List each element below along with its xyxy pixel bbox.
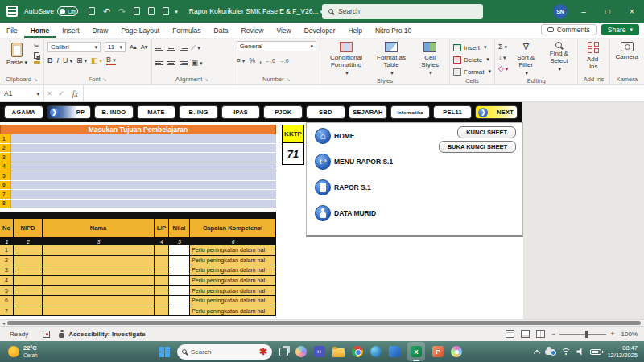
macro-record-icon[interactable]: [43, 331, 50, 338]
paint-icon[interactable]: [451, 346, 462, 357]
comments-button[interactable]: Comments: [541, 24, 597, 35]
cell-lp[interactable]: [155, 286, 169, 295]
cell-nama[interactable]: [43, 256, 155, 265]
nav-tab-mate[interactable]: MATE: [137, 105, 176, 119]
teams-icon[interactable]: ii: [314, 346, 325, 357]
bold-button[interactable]: B: [47, 56, 53, 64]
shrink-font-icon[interactable]: A▾: [141, 43, 148, 51]
tab-insert[interactable]: Insert: [56, 23, 85, 38]
grow-font-icon[interactable]: A▴: [130, 43, 137, 51]
nav-tab-sejarah[interactable]: SEJARAH: [349, 105, 388, 119]
tab-page-layout[interactable]: Page Layout: [114, 23, 166, 38]
zoom-slider[interactable]: [559, 334, 606, 335]
cell-nipd[interactable]: [14, 256, 43, 265]
font-name-select[interactable]: Calibri: [47, 42, 101, 52]
print-preview-icon[interactable]: [134, 7, 140, 15]
titlebar-search-input[interactable]: Search: [322, 4, 483, 19]
document-title[interactable]: Rapor Kokurikuler SMK Fase E & F_V26...: [189, 7, 323, 15]
cell-nipd[interactable]: [14, 276, 43, 286]
kktp-value[interactable]: 71: [283, 143, 303, 164]
zoom-out-icon[interactable]: −: [551, 330, 555, 338]
nav-tab-ipas[interactable]: IPAS: [221, 105, 261, 119]
cut-icon[interactable]: ✂: [34, 43, 40, 50]
redo-icon[interactable]: ↷: [118, 6, 126, 17]
autosum-icon[interactable]: Σ: [498, 43, 508, 51]
conditional-formatting-button[interactable]: Conditional Formatting: [324, 41, 369, 77]
cell-lp[interactable]: [155, 256, 169, 265]
maximize-button[interactable]: □: [596, 0, 620, 23]
cell-nilai[interactable]: [169, 306, 190, 316]
clear-icon[interactable]: ◇: [498, 64, 508, 72]
nav-tab-next[interactable]: ❯NEXT: [475, 105, 518, 119]
number-format-select[interactable]: General: [237, 41, 316, 51]
camera-button[interactable]: Camera: [613, 41, 641, 61]
sort-filter-button[interactable]: ∇Sort & Filter: [511, 41, 540, 77]
excel-taskbar-active[interactable]: X: [407, 342, 425, 361]
merge-center-icon[interactable]: ▣: [192, 59, 203, 67]
addins-button[interactable]: Add-ins: [581, 41, 605, 71]
cell-capaian[interactable]: Perlu peningkatan dalam hal: [190, 306, 276, 316]
weather-widget[interactable]: 22°C Cerah: [8, 345, 38, 357]
save-icon[interactable]: [89, 7, 95, 15]
data-murid-button[interactable]: DATA MURID: [315, 205, 393, 221]
insert-function-icon[interactable]: fx: [72, 89, 78, 98]
rapor-button[interactable]: RAPOR S.1: [315, 179, 393, 195]
share-button[interactable]: Share: [601, 24, 639, 35]
font-size-select[interactable]: 11: [105, 42, 126, 52]
dialog-launcher-icon[interactable]: [34, 76, 38, 83]
print-icon[interactable]: [163, 7, 169, 15]
align-bottom-icon[interactable]: [180, 47, 188, 51]
cell-lp[interactable]: [155, 306, 169, 316]
cell-capaian[interactable]: Perlu peningkatan dalam hal: [190, 245, 276, 255]
tab-help[interactable]: Help: [341, 23, 368, 38]
cell-capaian[interactable]: Perlu peningkatan dalam hal: [190, 286, 276, 295]
nav-tab-informatika[interactable]: Informatika: [390, 105, 430, 119]
name-box[interactable]: A1: [0, 85, 44, 101]
cell-nipd[interactable]: [14, 245, 43, 255]
menu-rapor-button[interactable]: ↩ MENU RAPOR S.1: [315, 154, 393, 170]
dialog-launcher-icon[interactable]: [204, 76, 208, 83]
nav-tab-agama[interactable]: AGAMA: [4, 105, 43, 119]
normal-view-icon[interactable]: [506, 330, 514, 338]
cell-nilai[interactable]: [169, 276, 190, 286]
align-left-icon[interactable]: [155, 61, 163, 65]
powerpoint-icon[interactable]: P: [432, 346, 444, 357]
cell-nama[interactable]: [43, 306, 155, 316]
cell-nama[interactable]: [43, 296, 155, 306]
tab-developer[interactable]: Developer: [298, 23, 342, 38]
cell-nama[interactable]: [43, 265, 155, 275]
copilot-icon[interactable]: [295, 346, 307, 357]
tab-nitro-pro[interactable]: Nitro Pro 10: [369, 23, 418, 38]
cell-nama[interactable]: [43, 286, 155, 295]
task-view-icon[interactable]: [279, 348, 288, 356]
cell-capaian[interactable]: Perlu peningkatan dalam hal: [190, 276, 276, 286]
nav-tab-pel11[interactable]: PEL11: [433, 105, 473, 119]
cell-lp[interactable]: [155, 296, 169, 306]
tp-input-cell[interactable]: [11, 200, 276, 209]
autosave-pill[interactable]: Off: [57, 6, 78, 16]
fill-down-icon[interactable]: ↓: [498, 54, 508, 61]
cell-nilai[interactable]: [169, 286, 190, 295]
align-center-icon[interactable]: [167, 61, 175, 65]
tab-data[interactable]: Data: [208, 23, 235, 38]
tab-review[interactable]: Review: [235, 23, 270, 38]
minimize-button[interactable]: –: [572, 0, 596, 23]
align-top-icon[interactable]: [155, 47, 163, 51]
nav-tab-pp[interactable]: ❯PP: [47, 105, 92, 119]
windows-start-button[interactable]: [159, 347, 170, 357]
tab-view[interactable]: View: [270, 23, 297, 38]
dialog-launcher-icon[interactable]: [287, 76, 291, 83]
zoom-slider-thumb[interactable]: [585, 331, 588, 338]
align-right-icon[interactable]: [180, 61, 188, 65]
page-break-view-icon[interactable]: [536, 330, 545, 338]
nav-tab-sbd[interactable]: SBD: [306, 105, 345, 119]
comma-style-icon[interactable]: ,: [259, 56, 262, 64]
accessibility-status[interactable]: Accessibility: Investigate: [68, 331, 146, 338]
page-layout-view-icon[interactable]: [521, 330, 530, 338]
tab-draw[interactable]: Draw: [86, 23, 115, 38]
undo-icon[interactable]: ↶: [103, 6, 110, 17]
cell-nilai[interactable]: [169, 265, 190, 275]
taskbar-clock[interactable]: 08:47 12/12/2025: [607, 344, 638, 359]
chevron-up-icon[interactable]: [534, 349, 540, 356]
tp-input-cell[interactable]: [11, 153, 276, 162]
